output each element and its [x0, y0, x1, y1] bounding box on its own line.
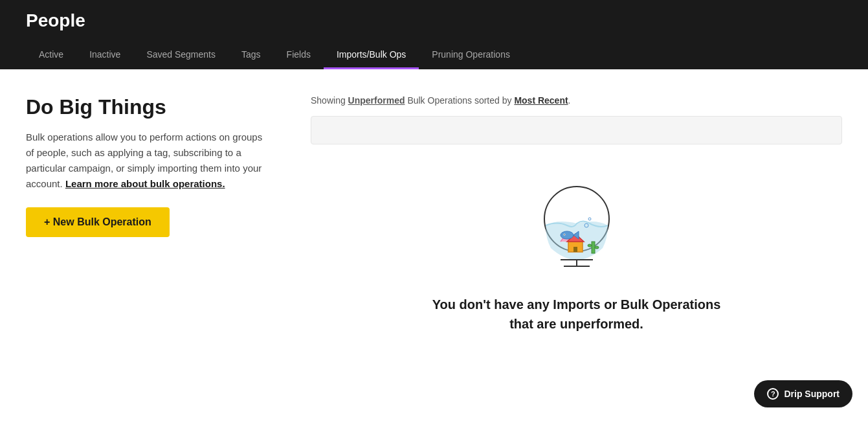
right-panel: Showing Unperformed Bulk Operations sort… [311, 95, 842, 389]
svg-point-15 [588, 218, 591, 220]
drip-support-button[interactable]: ? Drip Support [754, 380, 852, 407]
showing-middle: Bulk Operations sorted by [405, 95, 515, 106]
svg-rect-8 [592, 242, 595, 253]
left-panel: Do Big Things Bulk operations allow you … [26, 95, 272, 389]
svg-rect-10 [595, 246, 599, 249]
tab-imports-bulk-ops[interactable]: Imports/Bulk Ops [324, 41, 419, 69]
showing-sort-link[interactable]: Most Recent [514, 95, 568, 106]
empty-state: You don't have any Imports or Bulk Opera… [311, 170, 842, 334]
main-content: Do Big Things Bulk operations allow you … [0, 69, 868, 415]
header: People ActiveInactiveSaved SegmentsTagsF… [0, 0, 868, 69]
empty-state-illustration [525, 183, 629, 274]
new-bulk-operation-button[interactable]: + New Bulk Operation [26, 207, 170, 237]
tab-fields[interactable]: Fields [274, 41, 324, 69]
left-heading: Do Big Things [26, 95, 272, 119]
svg-point-7 [564, 234, 565, 235]
svg-rect-9 [588, 244, 592, 247]
tab-pruning-operations[interactable]: Pruning Operations [419, 41, 523, 69]
left-description: Bulk operations allow you to perform act… [26, 130, 272, 192]
support-label: Drip Support [784, 389, 840, 399]
tab-active[interactable]: Active [26, 41, 76, 69]
showing-text: Showing Unperformed Bulk Operations sort… [311, 95, 842, 106]
learn-more-link[interactable]: Learn more about bulk operations. [65, 178, 225, 189]
showing-filter: Unperformed [348, 95, 405, 106]
empty-state-message: You don't have any Imports or Bulk Opera… [432, 295, 721, 334]
showing-prefix: Showing [311, 95, 348, 106]
tab-inactive[interactable]: Inactive [76, 41, 133, 69]
tab-saved-segments[interactable]: Saved Segments [133, 41, 228, 69]
showing-suffix: . [568, 95, 571, 106]
svg-point-4 [561, 231, 573, 239]
page-title: People [26, 10, 842, 41]
svg-rect-3 [573, 247, 577, 252]
support-icon: ? [767, 388, 779, 400]
tab-tags[interactable]: Tags [228, 41, 274, 69]
filter-bar [311, 116, 842, 144]
nav-tabs: ActiveInactiveSaved SegmentsTagsFieldsIm… [26, 41, 842, 69]
